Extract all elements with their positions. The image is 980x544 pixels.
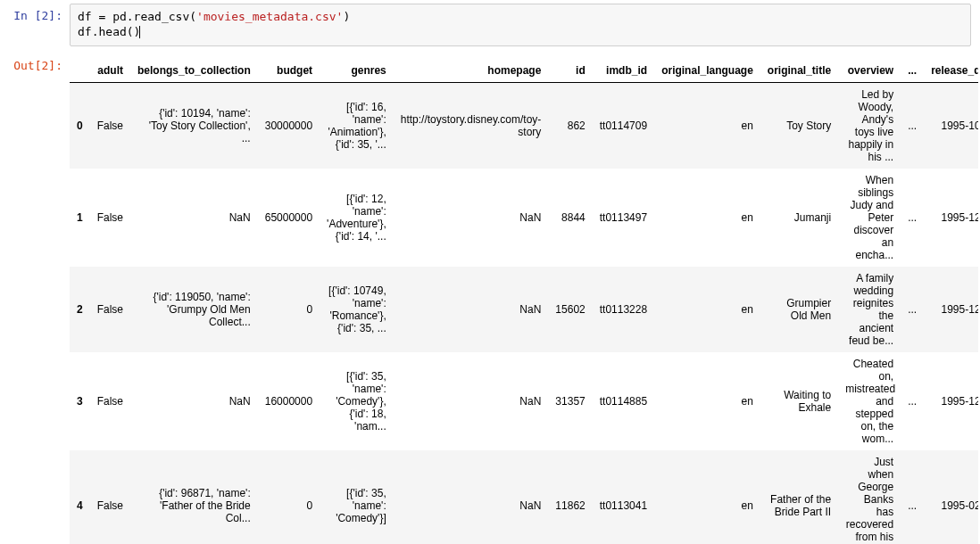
table-row: 0False{'id': 10194, 'name': 'Toy Story C…	[70, 82, 978, 169]
cell-homepage: http://toystory.disney.com/toy-story	[394, 82, 549, 169]
cell-release: 1995-12-15	[924, 169, 978, 267]
col-header: belongs_to_collection	[130, 59, 258, 83]
cell-collection: {'id': 10194, 'name': 'Toy Story Collect…	[130, 82, 258, 169]
cell-imdb: tt0113497	[593, 169, 654, 267]
col-header: overview	[838, 59, 901, 83]
cell-lang: en	[654, 169, 760, 267]
code-text: df.head()	[78, 25, 140, 38]
cell-overview: Just when George Banks has recovered fro…	[838, 450, 901, 544]
cell-id: 11862	[548, 450, 592, 544]
col-header: homepage	[394, 59, 549, 83]
cell-adult: False	[90, 82, 130, 169]
table-row: 1FalseNaN65000000[{'id': 12, 'name': 'Ad…	[70, 169, 978, 267]
cell-lang: en	[654, 82, 760, 169]
cell-homepage: NaN	[394, 352, 549, 450]
cell-imdb: tt0113041	[593, 450, 654, 544]
row-index: 2	[70, 267, 90, 352]
cell-collection: NaN	[130, 352, 258, 450]
cell-id: 8844	[548, 169, 592, 267]
col-header: release_date	[924, 59, 978, 83]
index-header	[70, 59, 90, 83]
col-header: original_language	[654, 59, 760, 83]
cell-budget: 0	[258, 267, 320, 352]
cell-imdb: tt0114885	[593, 352, 654, 450]
cell-adult: False	[90, 352, 130, 450]
cell-imdb: tt0113228	[593, 267, 654, 352]
cell-title: Toy Story	[760, 82, 838, 169]
output-area[interactable]: adult belongs_to_collection budget genre…	[70, 54, 978, 544]
col-header: adult	[90, 59, 130, 83]
cell-ellipsis: ...	[901, 450, 924, 544]
cell-overview: A family wedding reignites the ancient f…	[838, 267, 901, 352]
col-header: genres	[320, 59, 394, 83]
cell-release: 1995-10-30	[924, 82, 978, 169]
table-header: adult belongs_to_collection budget genre…	[70, 59, 978, 83]
cell-lang: en	[654, 450, 760, 544]
cell-id: 15602	[548, 267, 592, 352]
code-text: df = pd.read_csv(	[78, 10, 196, 23]
cell-homepage: NaN	[394, 169, 549, 267]
cell-title: Jumanji	[760, 169, 838, 267]
cell-budget: 16000000	[258, 352, 320, 450]
cell-collection: NaN	[130, 169, 258, 267]
cell-adult: False	[90, 450, 130, 544]
col-header: original_title	[760, 59, 838, 83]
row-index: 1	[70, 169, 90, 267]
table-row: 2False{'id': 119050, 'name': 'Grumpy Old…	[70, 267, 978, 352]
cell-genres: [{'id': 12, 'name': 'Adventure'}, {'id':…	[320, 169, 394, 267]
table-body: 0False{'id': 10194, 'name': 'Toy Story C…	[70, 82, 978, 544]
cell-title: Father of the Bride Part II	[760, 450, 838, 544]
row-index: 4	[70, 450, 90, 544]
cell-id: 31357	[548, 352, 592, 450]
code-string: 'movies_metadata.csv'	[196, 10, 343, 23]
input-cell: In [2]: df = pd.read_csv('movies_metadat…	[0, 0, 980, 50]
dataframe-table: adult belongs_to_collection budget genre…	[70, 59, 978, 544]
code-text: )	[343, 10, 350, 23]
table-row: 3FalseNaN16000000[{'id': 35, 'name': 'Co…	[70, 352, 978, 450]
cell-budget: 30000000	[258, 82, 320, 169]
table-row: 4False{'id': 96871, 'name': 'Father of t…	[70, 450, 978, 544]
cell-overview: Cheated on, mistreated and stepped on, t…	[838, 352, 901, 450]
cell-collection: {'id': 119050, 'name': 'Grumpy Old Men C…	[130, 267, 258, 352]
output-prompt: Out[2]:	[0, 54, 70, 72]
cell-ellipsis: ...	[901, 267, 924, 352]
row-index: 0	[70, 82, 90, 169]
cell-release: 1995-12-22	[924, 267, 978, 352]
cell-collection: {'id': 96871, 'name': 'Father of the Bri…	[130, 450, 258, 544]
cell-homepage: NaN	[394, 450, 549, 544]
cell-lang: en	[654, 267, 760, 352]
col-header: ...	[901, 59, 924, 83]
cell-genres: [{'id': 16, 'name': 'Animation'}, {'id':…	[320, 82, 394, 169]
cell-homepage: NaN	[394, 267, 549, 352]
cell-ellipsis: ...	[901, 352, 924, 450]
cell-genres: [{'id': 35, 'name': 'Comedy'}, {'id': 18…	[320, 352, 394, 450]
cell-overview: When siblings Judy and Peter discover an…	[838, 169, 901, 267]
cell-title: Grumpier Old Men	[760, 267, 838, 352]
code-editor[interactable]: df = pd.read_csv('movies_metadata.csv') …	[70, 4, 971, 46]
col-header: imdb_id	[593, 59, 654, 83]
cell-overview: Led by Woody, Andy's toys live happily i…	[838, 82, 901, 169]
cell-id: 862	[548, 82, 592, 169]
cell-ellipsis: ...	[901, 82, 924, 169]
cell-budget: 65000000	[258, 169, 320, 267]
input-prompt: In [2]:	[0, 4, 70, 22]
cell-budget: 0	[258, 450, 320, 544]
output-cell: Out[2]: adult belongs_to_collection budg…	[0, 50, 980, 544]
cell-title: Waiting to Exhale	[760, 352, 838, 450]
cell-genres: [{'id': 35, 'name': 'Comedy'}]	[320, 450, 394, 544]
cell-release: 1995-02-10	[924, 450, 978, 544]
cell-release: 1995-12-22	[924, 352, 978, 450]
cell-lang: en	[654, 352, 760, 450]
cell-adult: False	[90, 169, 130, 267]
cursor-icon	[139, 26, 140, 38]
cell-ellipsis: ...	[901, 169, 924, 267]
row-index: 3	[70, 352, 90, 450]
cell-imdb: tt0114709	[593, 82, 654, 169]
cell-adult: False	[90, 267, 130, 352]
col-header: id	[548, 59, 592, 83]
cell-genres: [{'id': 10749, 'name': 'Romance'}, {'id'…	[320, 267, 394, 352]
col-header: budget	[258, 59, 320, 83]
